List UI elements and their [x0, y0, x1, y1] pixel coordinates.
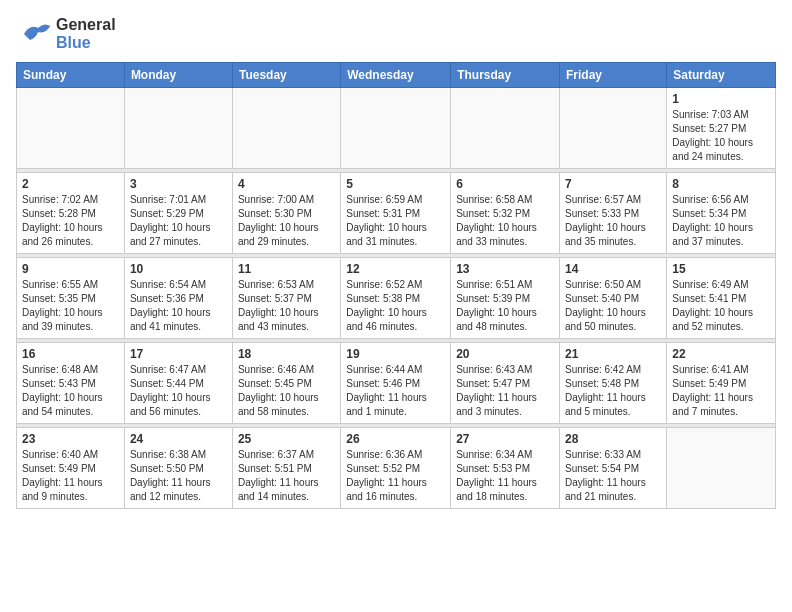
calendar-cell: 2Sunrise: 7:02 AM Sunset: 5:28 PM Daylig… — [17, 173, 125, 254]
day-info: Sunrise: 6:43 AM Sunset: 5:47 PM Dayligh… — [456, 363, 554, 419]
week-row-2: 2Sunrise: 7:02 AM Sunset: 5:28 PM Daylig… — [17, 173, 776, 254]
day-number: 4 — [238, 177, 335, 191]
day-number: 5 — [346, 177, 445, 191]
day-info: Sunrise: 7:03 AM Sunset: 5:27 PM Dayligh… — [672, 108, 770, 164]
calendar-cell: 4Sunrise: 7:00 AM Sunset: 5:30 PM Daylig… — [232, 173, 340, 254]
day-number: 1 — [672, 92, 770, 106]
day-info: Sunrise: 6:52 AM Sunset: 5:38 PM Dayligh… — [346, 278, 445, 334]
calendar-cell — [341, 88, 451, 169]
day-number: 15 — [672, 262, 770, 276]
calendar-cell — [560, 88, 667, 169]
calendar-cell: 22Sunrise: 6:41 AM Sunset: 5:49 PM Dayli… — [667, 343, 776, 424]
weekday-header-row: SundayMondayTuesdayWednesdayThursdayFrid… — [17, 63, 776, 88]
week-row-3: 9Sunrise: 6:55 AM Sunset: 5:35 PM Daylig… — [17, 258, 776, 339]
day-number: 26 — [346, 432, 445, 446]
calendar-cell: 14Sunrise: 6:50 AM Sunset: 5:40 PM Dayli… — [560, 258, 667, 339]
day-number: 23 — [22, 432, 119, 446]
calendar-cell: 27Sunrise: 6:34 AM Sunset: 5:53 PM Dayli… — [451, 428, 560, 509]
calendar-cell: 13Sunrise: 6:51 AM Sunset: 5:39 PM Dayli… — [451, 258, 560, 339]
weekday-header-wednesday: Wednesday — [341, 63, 451, 88]
day-number: 25 — [238, 432, 335, 446]
day-number: 16 — [22, 347, 119, 361]
day-info: Sunrise: 6:33 AM Sunset: 5:54 PM Dayligh… — [565, 448, 661, 504]
day-info: Sunrise: 6:36 AM Sunset: 5:52 PM Dayligh… — [346, 448, 445, 504]
week-row-1: 1Sunrise: 7:03 AM Sunset: 5:27 PM Daylig… — [17, 88, 776, 169]
calendar-cell: 20Sunrise: 6:43 AM Sunset: 5:47 PM Dayli… — [451, 343, 560, 424]
weekday-header-saturday: Saturday — [667, 63, 776, 88]
day-number: 28 — [565, 432, 661, 446]
logo-blue-text: Blue — [56, 34, 91, 51]
calendar-cell: 1Sunrise: 7:03 AM Sunset: 5:27 PM Daylig… — [667, 88, 776, 169]
calendar-cell: 18Sunrise: 6:46 AM Sunset: 5:45 PM Dayli… — [232, 343, 340, 424]
day-number: 9 — [22, 262, 119, 276]
day-info: Sunrise: 6:34 AM Sunset: 5:53 PM Dayligh… — [456, 448, 554, 504]
day-info: Sunrise: 6:56 AM Sunset: 5:34 PM Dayligh… — [672, 193, 770, 249]
weekday-header-sunday: Sunday — [17, 63, 125, 88]
logo: General Blue — [16, 16, 116, 52]
weekday-header-thursday: Thursday — [451, 63, 560, 88]
day-info: Sunrise: 6:37 AM Sunset: 5:51 PM Dayligh… — [238, 448, 335, 504]
calendar-cell — [124, 88, 232, 169]
day-number: 17 — [130, 347, 227, 361]
calendar-table: SundayMondayTuesdayWednesdayThursdayFrid… — [16, 62, 776, 509]
calendar-cell: 6Sunrise: 6:58 AM Sunset: 5:32 PM Daylig… — [451, 173, 560, 254]
calendar-cell: 10Sunrise: 6:54 AM Sunset: 5:36 PM Dayli… — [124, 258, 232, 339]
calendar-cell — [232, 88, 340, 169]
day-number: 8 — [672, 177, 770, 191]
weekday-header-friday: Friday — [560, 63, 667, 88]
day-number: 19 — [346, 347, 445, 361]
day-info: Sunrise: 6:54 AM Sunset: 5:36 PM Dayligh… — [130, 278, 227, 334]
week-row-5: 23Sunrise: 6:40 AM Sunset: 5:49 PM Dayli… — [17, 428, 776, 509]
day-number: 18 — [238, 347, 335, 361]
day-info: Sunrise: 6:40 AM Sunset: 5:49 PM Dayligh… — [22, 448, 119, 504]
calendar-cell: 7Sunrise: 6:57 AM Sunset: 5:33 PM Daylig… — [560, 173, 667, 254]
day-number: 6 — [456, 177, 554, 191]
day-info: Sunrise: 7:01 AM Sunset: 5:29 PM Dayligh… — [130, 193, 227, 249]
calendar-cell: 12Sunrise: 6:52 AM Sunset: 5:38 PM Dayli… — [341, 258, 451, 339]
day-number: 22 — [672, 347, 770, 361]
day-info: Sunrise: 6:51 AM Sunset: 5:39 PM Dayligh… — [456, 278, 554, 334]
day-info: Sunrise: 6:48 AM Sunset: 5:43 PM Dayligh… — [22, 363, 119, 419]
calendar-cell — [451, 88, 560, 169]
calendar-cell: 19Sunrise: 6:44 AM Sunset: 5:46 PM Dayli… — [341, 343, 451, 424]
calendar-cell: 21Sunrise: 6:42 AM Sunset: 5:48 PM Dayli… — [560, 343, 667, 424]
calendar-cell: 15Sunrise: 6:49 AM Sunset: 5:41 PM Dayli… — [667, 258, 776, 339]
day-info: Sunrise: 6:47 AM Sunset: 5:44 PM Dayligh… — [130, 363, 227, 419]
week-row-4: 16Sunrise: 6:48 AM Sunset: 5:43 PM Dayli… — [17, 343, 776, 424]
day-number: 3 — [130, 177, 227, 191]
calendar-cell: 24Sunrise: 6:38 AM Sunset: 5:50 PM Dayli… — [124, 428, 232, 509]
calendar-cell: 23Sunrise: 6:40 AM Sunset: 5:49 PM Dayli… — [17, 428, 125, 509]
day-number: 11 — [238, 262, 335, 276]
calendar-cell: 8Sunrise: 6:56 AM Sunset: 5:34 PM Daylig… — [667, 173, 776, 254]
day-info: Sunrise: 6:58 AM Sunset: 5:32 PM Dayligh… — [456, 193, 554, 249]
calendar-cell: 11Sunrise: 6:53 AM Sunset: 5:37 PM Dayli… — [232, 258, 340, 339]
day-number: 13 — [456, 262, 554, 276]
day-number: 7 — [565, 177, 661, 191]
day-info: Sunrise: 6:46 AM Sunset: 5:45 PM Dayligh… — [238, 363, 335, 419]
day-number: 20 — [456, 347, 554, 361]
calendar-cell: 16Sunrise: 6:48 AM Sunset: 5:43 PM Dayli… — [17, 343, 125, 424]
day-number: 14 — [565, 262, 661, 276]
logo-general-text: General — [56, 16, 116, 33]
calendar-cell: 9Sunrise: 6:55 AM Sunset: 5:35 PM Daylig… — [17, 258, 125, 339]
day-number: 10 — [130, 262, 227, 276]
day-info: Sunrise: 6:38 AM Sunset: 5:50 PM Dayligh… — [130, 448, 227, 504]
calendar-cell: 17Sunrise: 6:47 AM Sunset: 5:44 PM Dayli… — [124, 343, 232, 424]
day-info: Sunrise: 6:59 AM Sunset: 5:31 PM Dayligh… — [346, 193, 445, 249]
day-number: 21 — [565, 347, 661, 361]
day-info: Sunrise: 6:53 AM Sunset: 5:37 PM Dayligh… — [238, 278, 335, 334]
day-number: 27 — [456, 432, 554, 446]
day-number: 2 — [22, 177, 119, 191]
weekday-header-tuesday: Tuesday — [232, 63, 340, 88]
day-info: Sunrise: 6:44 AM Sunset: 5:46 PM Dayligh… — [346, 363, 445, 419]
calendar-cell: 25Sunrise: 6:37 AM Sunset: 5:51 PM Dayli… — [232, 428, 340, 509]
calendar-cell: 28Sunrise: 6:33 AM Sunset: 5:54 PM Dayli… — [560, 428, 667, 509]
calendar-cell: 3Sunrise: 7:01 AM Sunset: 5:29 PM Daylig… — [124, 173, 232, 254]
logo-bird-icon — [16, 16, 52, 52]
day-info: Sunrise: 6:41 AM Sunset: 5:49 PM Dayligh… — [672, 363, 770, 419]
day-info: Sunrise: 7:02 AM Sunset: 5:28 PM Dayligh… — [22, 193, 119, 249]
page-header: General Blue — [16, 16, 776, 52]
day-info: Sunrise: 6:49 AM Sunset: 5:41 PM Dayligh… — [672, 278, 770, 334]
day-number: 24 — [130, 432, 227, 446]
calendar-cell — [667, 428, 776, 509]
